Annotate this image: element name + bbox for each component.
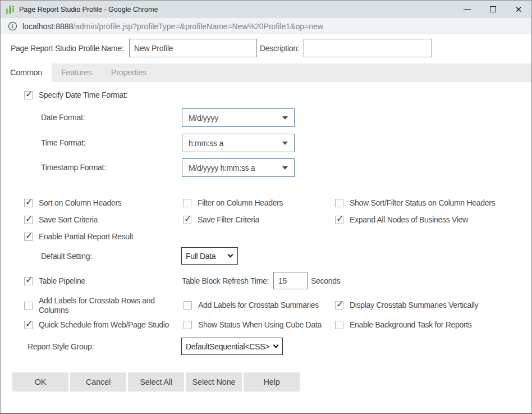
checkbox[interactable] xyxy=(24,216,33,224)
tab-bar: Common Features Properties xyxy=(1,63,531,82)
checkbox-label: Enable Background Task for Reports xyxy=(350,320,472,330)
checkbox-label: Sort on Column Headers xyxy=(39,198,121,208)
default-setting-select[interactable]: Full Data xyxy=(181,247,238,265)
refresh-time-label: Table Block Refresh Time: xyxy=(182,272,269,289)
time-format-select[interactable]: h:mm:ss a xyxy=(182,134,295,152)
checkbox-show-status-cube-data[interactable]: Show Status When Using Cube Data xyxy=(184,320,322,330)
description-input[interactable] xyxy=(304,39,432,57)
date-format-label: Date Format: xyxy=(41,108,85,126)
help-button[interactable]: Help xyxy=(244,372,300,392)
profile-name-label: Page Report Studio Profile Name: xyxy=(11,39,123,57)
checkbox-label: Table Pipeline xyxy=(39,276,85,286)
checkbox-label: Filter on Column Headers xyxy=(198,198,283,208)
checkbox[interactable] xyxy=(184,301,192,310)
tab-features[interactable]: Features xyxy=(52,63,102,82)
chevron-down-icon xyxy=(273,343,279,348)
checkbox-sort-on-column-headers[interactable]: Sort on Column Headers xyxy=(24,198,121,208)
checkbox[interactable] xyxy=(183,199,191,207)
address-bar[interactable]: localhost:8888/admin/profile.jsp?profile… xyxy=(1,18,531,34)
specify-datetime-checkbox-item[interactable]: Specify Date Time Format: xyxy=(24,90,127,100)
checkbox-save-sort-criteria[interactable]: Save Sort Criteria xyxy=(24,215,98,225)
select-none-button[interactable]: Select None xyxy=(186,372,242,392)
maximize-icon xyxy=(490,6,496,12)
close-button[interactable]: ✕ xyxy=(506,1,531,18)
checkbox-label: Save Filter Criteria xyxy=(198,215,259,225)
checkbox-label: Display Crosstab Summaries Vertically xyxy=(350,301,478,310)
specify-datetime-label: Specify Date Time Format: xyxy=(39,90,127,100)
refresh-time-unit: Seconds xyxy=(311,272,340,289)
checkbox-label: Add Labels for Crosstab Rows and Columns xyxy=(39,296,171,315)
timestamp-format-select[interactable]: M/d/yyyy h:mm:ss a xyxy=(182,158,295,177)
chevron-down-icon xyxy=(228,252,233,258)
checkbox[interactable] xyxy=(184,321,192,329)
checkbox[interactable] xyxy=(24,233,33,241)
browser-window: Page Report Studio Profile - Google Chro… xyxy=(0,0,532,414)
checkbox[interactable] xyxy=(335,301,343,310)
checkbox-label: Show Status When Using Cube Data xyxy=(198,320,322,330)
checkbox-enable-partial-report-result[interactable]: Enable Partial Report Result xyxy=(24,232,133,242)
checkbox-add-labels-crosstab-rows-columns[interactable]: Add Labels for Crosstab Rows and Columns xyxy=(24,296,171,315)
window-title: Page Report Studio Profile - Google Chro… xyxy=(19,6,454,13)
refresh-time-input[interactable] xyxy=(273,272,308,289)
tab-common[interactable]: Common xyxy=(1,63,52,82)
checkbox-add-labels-crosstab-summaries[interactable]: Add Labels for Crosstab Summaries xyxy=(184,301,319,310)
description-label: Description: xyxy=(260,39,299,57)
checkbox-display-crosstab-summaries-vertically[interactable]: Display Crosstab Summaries Vertically xyxy=(335,301,478,310)
triangle-down-icon xyxy=(282,116,288,120)
checkbox-label: Expand All Nodes of Business View xyxy=(350,215,468,225)
checkbox-label: Enable Partial Report Result xyxy=(39,232,133,242)
triangle-down-icon xyxy=(282,142,288,145)
checkbox-filter-on-column-headers[interactable]: Filter on Column Headers xyxy=(183,198,283,208)
report-style-group-value: DefaultSequential<CSS> xyxy=(186,342,269,351)
specify-datetime-checkbox[interactable] xyxy=(24,91,33,99)
app-logo-icon xyxy=(6,5,15,14)
maximize-button[interactable] xyxy=(480,1,506,18)
minimize-icon xyxy=(464,9,471,10)
default-setting-value: Full Data xyxy=(186,252,215,261)
page-content: Page Report Studio Profile Name: Descrip… xyxy=(1,34,531,413)
report-style-group-label: Report Style Group: xyxy=(27,338,94,355)
default-setting-label: Default Setting: xyxy=(41,247,92,265)
checkbox[interactable] xyxy=(335,321,343,329)
select-all-button[interactable]: Select All xyxy=(128,372,184,392)
checkbox-show-sort-filter-status[interactable]: Show Sort/Filter Status on Column Header… xyxy=(335,198,495,208)
close-icon: ✕ xyxy=(515,5,522,13)
checkbox[interactable] xyxy=(24,277,33,285)
checkbox-label: Quick Schedule from Web/Page Studio xyxy=(39,320,169,330)
window-controls: ✕ xyxy=(454,1,531,18)
checkbox-expand-all-nodes[interactable]: Expand All Nodes of Business View xyxy=(335,215,468,225)
ok-button[interactable]: OK xyxy=(12,372,68,392)
tab-properties[interactable]: Properties xyxy=(102,63,156,82)
report-style-group-select[interactable]: DefaultSequential<CSS> xyxy=(181,338,283,355)
url-text[interactable]: localhost:8888/admin/profile.jsp?profile… xyxy=(22,22,323,31)
checkbox[interactable] xyxy=(335,216,343,224)
time-format-label: Time Format: xyxy=(41,134,85,152)
checkbox-enable-background-task[interactable]: Enable Background Task for Reports xyxy=(335,320,472,330)
site-info-icon[interactable] xyxy=(8,21,17,31)
checkbox-label: Add Labels for Crosstab Summaries xyxy=(198,301,319,310)
title-bar: Page Report Studio Profile - Google Chro… xyxy=(1,1,531,18)
timestamp-format-label: Timestamp Format: xyxy=(41,158,106,176)
checkbox-label: Save Sort Criteria xyxy=(39,215,98,225)
profile-name-input[interactable] xyxy=(129,39,257,57)
checkbox[interactable] xyxy=(183,216,191,224)
checkbox[interactable] xyxy=(335,199,343,207)
checkbox-table-pipeline[interactable]: Table Pipeline xyxy=(24,276,85,286)
checkbox[interactable] xyxy=(24,302,33,310)
url-host: localhost:8888 xyxy=(22,22,73,31)
time-format-value: h:mm:ss a xyxy=(189,139,223,148)
cancel-button[interactable]: Cancel xyxy=(70,372,126,392)
checkbox[interactable] xyxy=(24,199,33,207)
timestamp-format-value: M/d/yyyy h:mm:ss a xyxy=(189,163,255,172)
checkbox-save-filter-criteria[interactable]: Save Filter Criteria xyxy=(183,215,259,225)
triangle-down-icon xyxy=(282,166,288,170)
checkbox-label: Show Sort/Filter Status on Column Header… xyxy=(350,198,495,208)
checkbox-quick-schedule[interactable]: Quick Schedule from Web/Page Studio xyxy=(24,320,169,330)
date-format-value: M/d/yyyy xyxy=(189,113,218,122)
date-format-select[interactable]: M/d/yyyy xyxy=(182,108,295,127)
checkbox[interactable] xyxy=(24,321,33,329)
url-path: /admin/profile.jsp?profileType=&profileN… xyxy=(73,22,323,31)
minimize-button[interactable] xyxy=(454,1,480,18)
